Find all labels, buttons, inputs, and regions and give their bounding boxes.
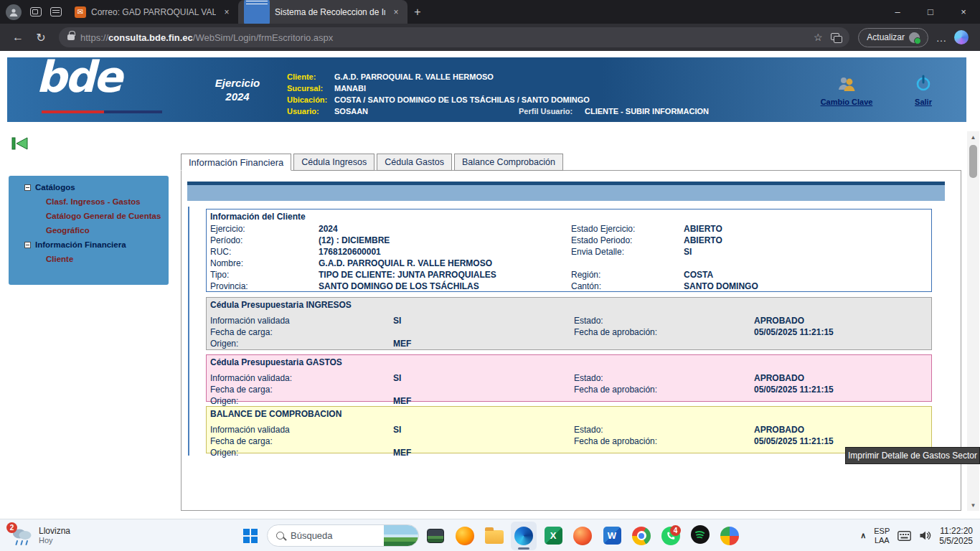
taskbar-edge[interactable] (511, 522, 537, 550)
taskbar-word[interactable]: W (599, 522, 625, 550)
box-title: Cédula Presupuestaria GASTOS (210, 357, 928, 369)
collapse-minus-icon[interactable] (24, 242, 31, 248)
info-row: Ejercicio: 2024 Estado Ejercicio: ABIERT… (210, 223, 928, 235)
info-row: RUC: 1768120600001 Envia Detalle: SI (210, 246, 928, 258)
weather-icon-wrap: 2 (10, 524, 33, 547)
language-line1: ESP (874, 527, 890, 536)
field-value: TIPO DE CLIENTE: JUNTA PARROQUIALES (319, 270, 571, 280)
workspaces-icon[interactable] (30, 7, 42, 17)
field-label: Información validada: (210, 373, 393, 383)
field-label: Origen: (210, 448, 393, 458)
info-row: Fecha de carga: Fecha de aprobación: 05/… (210, 384, 928, 395)
collections-icon[interactable] (831, 33, 841, 42)
browser-tab-mail[interactable]: ✉ Correo: GAD PARROQUIAL VALLE × (69, 0, 238, 24)
chrome-icon (632, 527, 651, 545)
field-label: Estado: (574, 425, 754, 435)
actualizar-button[interactable]: Actualizar (858, 28, 928, 47)
whatsapp-badge: 4 (670, 525, 681, 536)
window-close-button[interactable]: × (947, 0, 980, 24)
tab-informacion-financiera[interactable]: Información Financiera (181, 154, 291, 171)
taskbar-spotify[interactable] (687, 522, 713, 550)
field-label: Fecha de carga: (210, 385, 393, 395)
info-row: Fecha de carga: Fecha de aprobación: 05/… (210, 326, 928, 338)
url-bar[interactable]: https://consulta.bde.fin.ec/WebSim/Login… (59, 27, 849, 47)
page-header-banner: bde Ejercicio 2024 Cliente: G.A.D. PARRO… (7, 57, 966, 122)
browser-tab-sistema[interactable]: Sistema de Recoleccion de Inform × (238, 0, 407, 24)
taskbar-excel[interactable]: X (540, 522, 566, 550)
tab-cedula-ingresos[interactable]: Cédula Ingresos (293, 154, 374, 171)
taskbar-google[interactable] (717, 522, 743, 550)
scroll-up-arrow[interactable]: ▲ (967, 131, 979, 143)
taskbar-file-explorer[interactable] (481, 522, 507, 550)
url-scheme: https:// (80, 32, 108, 43)
sidebar-item-catalogo-general-cuentas[interactable]: Catálogo General de Cuentas (9, 209, 169, 223)
vertical-tabs-icon[interactable] (50, 7, 62, 17)
profile-avatar-icon[interactable] (6, 4, 22, 20)
sidebar-item-cliente[interactable]: Cliente (9, 252, 169, 266)
sidebar-item-catalogos[interactable]: Catálogos (9, 180, 169, 194)
tab-close-icon[interactable]: × (221, 6, 232, 18)
tab-close-icon[interactable]: × (390, 6, 402, 18)
search-daily-image[interactable] (384, 525, 418, 546)
maximize-button[interactable]: □ (914, 0, 947, 24)
ejercicio-line2: 2024 (209, 90, 266, 103)
back-button[interactable]: ← (9, 28, 27, 47)
sidebar-item-informacion-financiera[interactable]: Información Financiera (9, 237, 169, 252)
info-row: Tipo: TIPO DE CLIENTE: JUNTA PARROQUIALE… (210, 269, 928, 281)
client-header-fields: Cliente: G.A.D. PARROQUIAL R. VALLE HERM… (287, 71, 709, 117)
salir-link[interactable]: Salir (902, 70, 945, 108)
info-row: Información validada SI Estado: APROBADO (210, 424, 928, 435)
refresh-button[interactable]: ↻ (32, 28, 50, 47)
weather-widget[interactable]: 2 Llovizna Hoy (6, 519, 75, 551)
clock-widget[interactable]: 11:22:20 5/5/2025 (939, 526, 973, 546)
taskbar-office[interactable] (570, 522, 595, 550)
taskbar-whatsapp[interactable]: 4 (658, 522, 684, 550)
field-value: 05/05/2025 11:21:15 (754, 385, 834, 395)
users-icon (816, 70, 877, 92)
browser-menu-icon[interactable]: … (933, 29, 950, 46)
collapse-minus-icon[interactable] (24, 184, 31, 191)
copilot-icon[interactable] (954, 30, 969, 44)
volume-icon[interactable] (919, 530, 931, 541)
language-indicator[interactable]: ESP LAA (874, 527, 890, 545)
field-label: Usuario: (287, 107, 334, 116)
info-row: Información validada: SI Estado: APROBAD… (210, 372, 928, 384)
taskbar-chrome[interactable] (628, 522, 654, 550)
collapse-menu-button[interactable] (11, 136, 30, 154)
hidden-icons-chevron[interactable]: ∧ (860, 531, 866, 540)
field-value: SI (393, 425, 574, 435)
field-value: APROBADO (754, 373, 804, 383)
cambio-clave-link[interactable]: Cambio Clave (816, 70, 877, 108)
new-tab-button[interactable]: + (407, 2, 428, 22)
sidebar-item-geografico[interactable]: Geográfico (9, 223, 169, 237)
sidebar-item-clasf-ingresos-gastos[interactable]: Clasf. Ingresos - Gastos (9, 194, 169, 209)
favorite-star-icon[interactable]: ☆ (811, 32, 825, 43)
left-guide-line (188, 207, 189, 456)
field-label: Región: (571, 270, 684, 280)
whatsapp-icon: 4 (661, 527, 680, 545)
header-row: Usuario: SOSAAN Perfil Usuario: CLIENTE … (287, 105, 709, 117)
touch-keyboard-icon[interactable] (897, 531, 911, 541)
tab-balance-comprobacion[interactable]: Balance Comprobación (454, 154, 563, 171)
taskbar-photos[interactable] (423, 522, 448, 550)
photos-icon (427, 529, 444, 543)
field-label: Estado: (574, 373, 754, 383)
url-text[interactable]: https://consulta.bde.fin.ec/WebSim/Login… (80, 32, 805, 43)
box-title: BALANCE DE COMPROBACION (210, 409, 928, 420)
scroll-down-arrow[interactable]: ▼ (967, 499, 979, 511)
field-value: 05/05/2025 11:21:15 (754, 436, 834, 446)
weather-day: Hoy (39, 536, 70, 545)
system-tray: ∧ ESP LAA 11:22:20 5/5/2025 (860, 519, 973, 551)
tab-cedula-gastos[interactable]: Cédula Gastos (377, 154, 452, 171)
search-box[interactable]: Búsqueda (267, 524, 419, 547)
taskbar-firefox[interactable] (452, 522, 478, 550)
header-row: Cliente: G.A.D. PARROQUIAL R. VALLE HERM… (287, 71, 709, 83)
field-value: (12) : DICIEMBRE (319, 235, 571, 245)
info-row: Período: (12) : DICIEMBRE Estado Periodo… (210, 235, 928, 246)
start-button[interactable] (237, 522, 263, 550)
field-label: Envia Detalle: (571, 247, 684, 257)
field-value: APROBADO (754, 425, 804, 435)
minimize-button[interactable]: – (881, 0, 914, 24)
field-label: Información validada (210, 425, 393, 435)
scrollbar-thumb[interactable] (969, 145, 977, 178)
